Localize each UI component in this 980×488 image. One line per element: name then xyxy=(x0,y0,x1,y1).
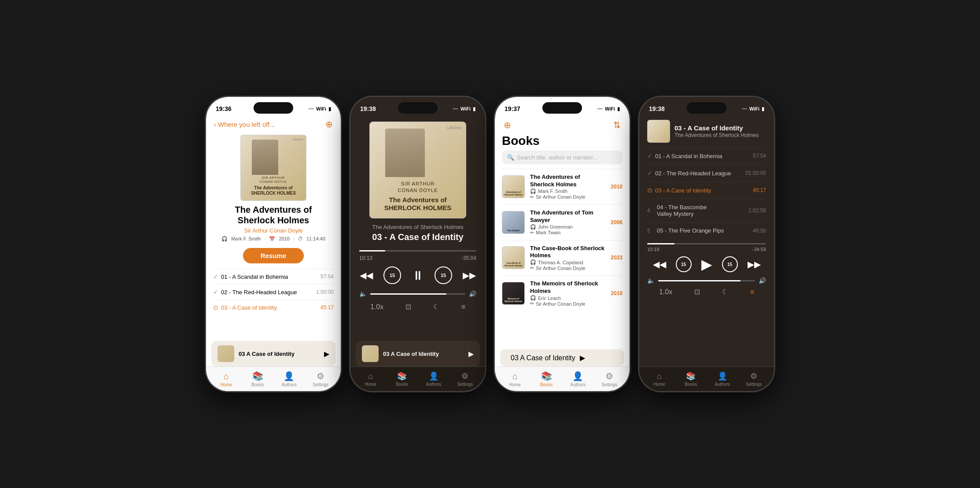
nav-home-3[interactable]: ⌂ Home xyxy=(503,371,527,387)
resume-button[interactable]: Resume xyxy=(243,248,304,263)
mini-title-1: 03 A Case of Identity xyxy=(239,351,320,357)
skip-back-15-4[interactable]: 15 xyxy=(676,256,692,272)
nav-books-2[interactable]: 📚 Books xyxy=(390,371,414,387)
signal-icon-3: ···· xyxy=(597,106,603,111)
track-dark-dur-5: 46:50 xyxy=(753,228,766,234)
nav-books-3[interactable]: 📚 Books xyxy=(534,371,559,387)
player-series: The Adventures of Sherlock Holmes xyxy=(359,224,476,230)
book-cover-image: LibriVox SIR ARTHUR CONAN DOYLE The Adve… xyxy=(240,135,306,201)
pause-button-2[interactable]: ⏸ xyxy=(412,268,424,283)
book-row-4[interactable]: Memoirs ofSherlock Holmes The Memoirs of… xyxy=(502,275,623,311)
nav-settings-4[interactable]: ⚙ Settings xyxy=(742,371,766,387)
skip-fwd-15-4[interactable]: 15 xyxy=(722,256,738,272)
back-bar: ‹ Where you left off... ⊕ xyxy=(206,118,341,133)
track-dark-title-3: 03 - A Case of Identity xyxy=(655,187,711,194)
chapters-button-2[interactable]: ≡ xyxy=(461,303,465,311)
settings-icon-2: ⚙ xyxy=(461,371,468,381)
nav-books-4[interactable]: 📚 Books xyxy=(679,371,703,387)
mini-title-3: 03 A Case of Identity xyxy=(511,354,575,362)
track-dark-1[interactable]: ✓ 01 - A Scandal in Bohemia 57:54 xyxy=(647,147,766,164)
track-item-2[interactable]: ✓02 - The Red-Headed League 1:00:00 xyxy=(213,284,334,299)
chapters-button-4[interactable]: ≡ xyxy=(750,288,754,296)
track-dark-4[interactable]: 4 04 - The BascombeValley Mystery 1:02:5… xyxy=(647,199,766,222)
track-list: ✓01 - A Scandal in Bohemia 57:54 ✓02 - T… xyxy=(206,267,341,315)
skip-back-15-2[interactable]: 15 xyxy=(383,266,401,284)
nav-home-2[interactable]: ⌂ Home xyxy=(358,372,383,387)
rewind-button-2[interactable]: ◀◀ xyxy=(360,270,373,281)
track-play-icon-3: ⊙ xyxy=(647,187,652,194)
vol-fill-2 xyxy=(370,293,446,295)
airplay-button-2[interactable]: ⊡ xyxy=(405,303,411,311)
track-dark-3-active[interactable]: ⊙ 03 - A Case of Identity 45:17 xyxy=(647,181,766,199)
track-dark-dur-4: 1:02:58 xyxy=(748,207,766,214)
nav-settings-label-3: Settings xyxy=(601,382,617,387)
nav-settings-1[interactable]: ⚙ Settings xyxy=(309,371,333,387)
download-icon-3[interactable]: ⊕ xyxy=(504,120,511,130)
track-dur-3: 45:17 xyxy=(321,304,334,311)
bottom-nav-1: ⌂ Home 📚 Books 👤 Authors ⚙ Settings xyxy=(206,366,341,391)
mini-player-3[interactable]: 03 A Case of Identity ▶ xyxy=(500,349,624,366)
speed-button-2[interactable]: 1.0x xyxy=(370,303,383,311)
vol-track-4[interactable] xyxy=(658,280,755,281)
sleep-button-4[interactable]: ☾ xyxy=(722,288,728,296)
nav-home-4[interactable]: ⌂ Home xyxy=(647,372,671,387)
book-year-4: 2010 xyxy=(611,290,623,296)
nav-authors-4[interactable]: 👤 Authors xyxy=(710,371,734,387)
battery-icon-4: ▮ xyxy=(762,106,764,112)
track-dark-2[interactable]: ✓ 02 - The Red-Headed League 01:00:00 xyxy=(647,164,766,181)
book-row-2[interactable]: Tom Sawyer The Adventures of Tom Sawyer … xyxy=(502,204,623,240)
track-num-5: 5 xyxy=(647,228,654,234)
airplay-button-4[interactable]: ⊡ xyxy=(694,288,700,296)
status-icons-2: ···· WiFi ▮ xyxy=(453,106,475,112)
nav-authors-2[interactable]: 👤 Authors xyxy=(421,371,446,387)
back-chevron-icon: ‹ xyxy=(214,121,216,128)
sort-icon-3[interactable]: ⇅ xyxy=(613,120,621,130)
narrator-icon-4: 🎧 xyxy=(530,295,536,301)
nav-settings-3[interactable]: ⚙ Settings xyxy=(597,371,622,387)
track-item-3-active[interactable]: ⊙03 - A Case of Identity 45:17 xyxy=(213,299,334,315)
skip-back-label-4: 15 xyxy=(681,262,686,267)
track-title-1: 01 - A Scandal in Bohemia xyxy=(221,274,288,280)
home-icon-4: ⌂ xyxy=(657,372,662,381)
nav-books-1[interactable]: 📚 Books xyxy=(246,371,270,387)
skip-fwd-15-2[interactable]: 15 xyxy=(435,266,452,284)
speed-button-4[interactable]: 1.0x xyxy=(659,288,672,296)
nav-settings-2[interactable]: ⚙ Settings xyxy=(453,371,477,387)
track-dark-title-5: 05 - The Five Orange Pips xyxy=(657,227,724,234)
dynamic-island-2 xyxy=(398,102,438,114)
search-bar-3[interactable]: 🔍 Search title, author or narrator... xyxy=(502,151,623,164)
signal-icon: ···· xyxy=(309,106,314,111)
book-thumb-3: Case-Book ofSherlock Holmes xyxy=(502,246,525,269)
back-button[interactable]: ‹ Where you left off... xyxy=(214,121,275,128)
progress-section-4[interactable] xyxy=(639,239,774,245)
forward-button-2[interactable]: ▶▶ xyxy=(463,270,476,281)
download-icon[interactable]: ⊕ xyxy=(325,119,333,129)
track-dark-title-1: 01 - A Scandal in Bohemia xyxy=(655,153,722,159)
book-narrator-2: 🎧 John Greenman xyxy=(530,224,605,230)
book-title-2: The Adventures of Tom Sawyer xyxy=(530,209,605,224)
mini-play-button-2[interactable]: ▶ xyxy=(468,350,474,358)
rewind-button-4[interactable]: ◀◀ xyxy=(653,259,666,270)
books-header: ⊕ ⇅ xyxy=(495,118,630,134)
mini-play-button-3[interactable]: ▶ xyxy=(580,354,585,362)
vol-track-2[interactable] xyxy=(370,293,465,295)
skip-back-label-2: 15 xyxy=(390,273,395,278)
track-item-1[interactable]: ✓01 - A Scandal in Bohemia 57:54 xyxy=(213,269,334,284)
nav-books-label-1: Books xyxy=(251,382,264,387)
book-narrator-1: 🎧 Mark F. Smith xyxy=(530,189,605,194)
play-button-4[interactable]: ▶ xyxy=(701,256,712,273)
check-icon-1: ✓ xyxy=(213,273,218,280)
track-dark-5[interactable]: 5 05 - The Five Orange Pips 46:50 xyxy=(647,222,766,239)
mini-play-button-1[interactable]: ▶ xyxy=(324,350,329,358)
mini-player-1[interactable]: 03 A Case of Identity ▶ xyxy=(211,341,335,366)
forward-button-4[interactable]: ▶▶ xyxy=(748,259,761,270)
book-row-3[interactable]: Case-Book ofSherlock Holmes The Case-Boo… xyxy=(502,240,623,276)
nav-home-1[interactable]: ⌂ Home xyxy=(214,371,238,387)
sleep-button-2[interactable]: ☾ xyxy=(433,303,439,311)
nav-authors-3[interactable]: 👤 Authors xyxy=(566,371,590,387)
nav-authors-1[interactable]: 👤 Authors xyxy=(277,371,301,387)
mini-player-2[interactable]: 03 A Case of Identity ▶ xyxy=(356,341,480,366)
book-row-1[interactable]: Adventures ofSherlock Holmes The Adventu… xyxy=(502,169,623,204)
progress-section-2[interactable] xyxy=(350,246,485,253)
mini-title-2: 03 A Case of Identity xyxy=(383,351,464,357)
